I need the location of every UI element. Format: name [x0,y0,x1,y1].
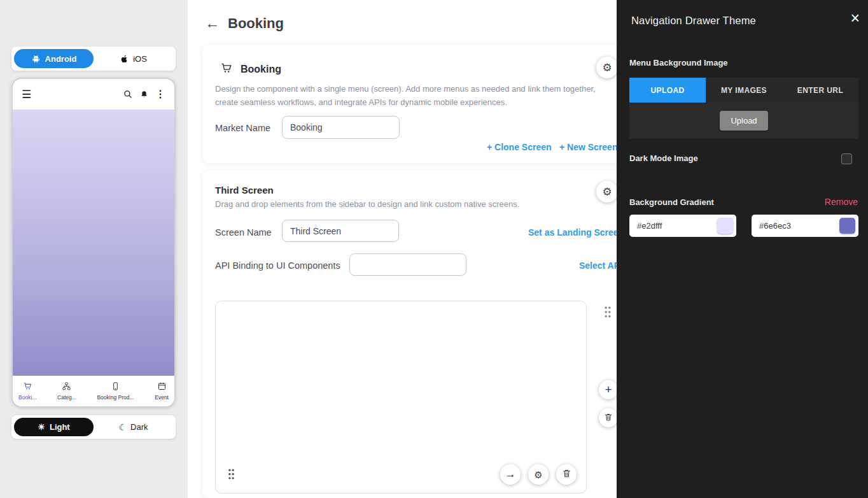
phone-preview: ☰ ⋮ [11,78,176,408]
component-settings-button[interactable]: ⚙ [596,57,618,78]
category-icon [62,381,71,392]
sun-icon: ☀ [38,422,45,432]
link-arrow-button[interactable]: → [500,464,521,485]
ios-toggle-button[interactable]: iOS [94,49,173,68]
screen-canvas[interactable]: → ⚙ [215,301,587,494]
gear-icon: ⚙ [534,470,542,480]
dark-mode-image-label: Dark Mode Image [629,153,698,163]
theme-toggle: ☀ Light ☾ Dark [11,415,176,439]
dark-theme-button[interactable]: ☾ Dark [94,418,173,436]
background-gradient-label: Background Gradient [629,197,714,207]
tab-my-images[interactable]: MY IMAGES [706,78,782,103]
calendar-icon [157,381,167,392]
canvas-settings-button[interactable]: ⚙ [528,464,549,485]
api-binding-input[interactable] [349,253,466,276]
notification-bell-icon[interactable] [139,90,149,99]
phone-screen-gradient [13,110,174,376]
phone-toolbar: ☰ ⋮ [13,79,174,110]
booking-component-card: Booking ⚙ Design the component with a si… [202,45,666,163]
phone-tab-booking-product[interactable]: Booking Prod... [97,381,134,401]
drawer-title: Navigation Drawer Theme [631,15,756,27]
close-icon[interactable]: × [850,10,860,26]
gear-icon: ⚙ [602,62,612,73]
drag-handle-icon[interactable] [227,468,235,483]
booking-card-description: Design the component with a single menu … [215,83,619,110]
platform-toggle: Android iOS [11,46,176,71]
screen-name-input[interactable] [282,220,399,242]
android-icon [31,54,41,64]
clone-screen-link[interactable]: + Clone Screen [487,142,552,152]
trash-icon [604,413,613,423]
left-sidebar: Android iOS ☰ [0,0,188,498]
add-section-button[interactable]: + [599,380,618,399]
screen-name-label: Screen Name [215,227,272,238]
section-drag-handle-icon[interactable] [603,306,612,321]
dark-label: Dark [130,422,148,432]
navigation-drawer-theme-panel: Navigation Drawer Theme × Menu Backgroun… [617,0,868,498]
phone-tab-event[interactable]: Event [155,381,169,401]
gradient-color-2-swatch[interactable] [839,218,855,234]
back-button[interactable]: ← [205,16,220,31]
tab-upload[interactable]: UPLOAD [629,78,706,103]
set-landing-screen-link[interactable]: Set as Landing Screen [528,227,624,238]
gradient-color-1-swatch[interactable] [717,218,733,234]
gradient-color-1-field [629,215,736,237]
booking-card-title: Booking [241,64,281,75]
new-screen-link[interactable]: + New Screen [559,142,617,152]
page-title: Booking [228,15,284,32]
phone-bottom-nav: Booki... Categ... [13,376,174,406]
android-toggle-button[interactable]: Android [14,49,94,68]
phone-tab-label: Categ... [57,394,76,401]
gradient-color-1-input[interactable] [637,221,713,231]
market-name-input[interactable] [282,116,400,139]
moon-icon: ☾ [118,422,127,432]
phone-tab-label: Event [155,394,169,401]
gradient-color-2-input[interactable] [759,221,836,231]
light-label: Light [50,422,70,432]
gear-icon: ⚙ [602,187,612,197]
tab-enter-url[interactable]: ENTER URL [782,78,858,103]
hamburger-menu-icon[interactable]: ☰ [22,89,31,100]
app-builder-page: Android iOS ☰ [0,0,868,498]
upload-button[interactable]: Upload [720,111,767,131]
gradient-color-2-field [752,215,858,237]
phone-tab-label: Booki... [18,394,36,401]
upload-zone: Upload [629,103,858,139]
cart-icon [23,381,32,392]
remove-gradient-link[interactable]: Remove [825,197,858,207]
phone-tab-booking[interactable]: Booki... [18,381,36,401]
third-screen-card: Third Screen ⚙ Drag and drop elements fr… [202,171,666,498]
screen-card-title: Third Screen [215,185,274,196]
canvas-delete-button[interactable] [556,464,577,485]
mobile-icon [111,381,120,392]
phone-tab-category[interactable]: Categ... [57,381,76,401]
market-name-label: Market Name [215,123,270,133]
apple-icon [120,54,129,64]
api-binding-label: API Binding to UI Components [215,260,340,271]
dark-mode-checkbox[interactable] [841,153,852,164]
screen-settings-button[interactable]: ⚙ [596,181,618,203]
select-api-link[interactable]: Select API [579,260,622,271]
screen-card-description: Drag and drop elements from the sidebar … [215,199,519,209]
trash-icon [562,469,571,480]
delete-section-button[interactable] [599,408,618,427]
ios-label: iOS [133,54,147,64]
phone-tab-label: Booking Prod... [97,394,134,401]
light-theme-button[interactable]: ☀ Light [14,418,94,436]
menu-background-image-label: Menu Background Image [629,58,728,68]
cart-icon [220,62,233,77]
android-label: Android [45,54,77,64]
kebab-menu-icon[interactable]: ⋮ [155,89,165,99]
search-icon[interactable] [123,89,133,99]
image-source-tabs: UPLOAD MY IMAGES ENTER URL [629,78,858,103]
